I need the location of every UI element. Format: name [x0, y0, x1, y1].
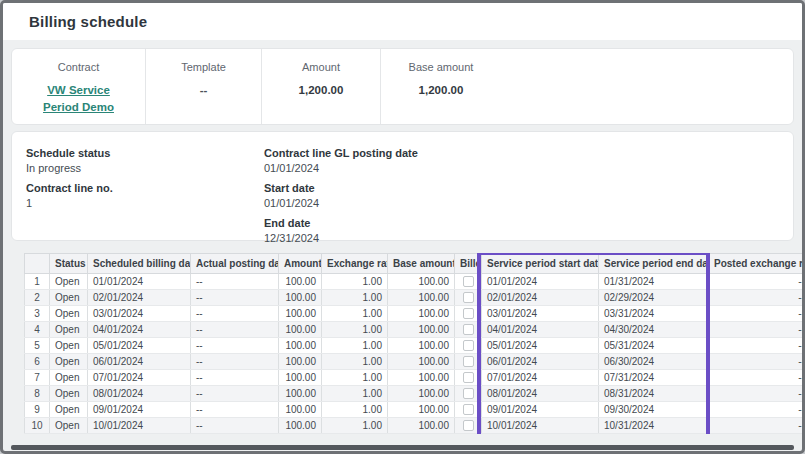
base-amount-cell: 100.00: [388, 274, 455, 290]
scheduled-billing-date-cell: 02/01/2024: [88, 290, 191, 306]
summary-field-amount: Amount 1,200.00: [262, 49, 381, 124]
base-amount-cell: 100.00: [388, 354, 455, 370]
scheduled-billing-date-cell: 03/01/2024: [88, 306, 191, 322]
table-row: 5Open05/01/2024--100.001.00100.0005/01/2…: [25, 338, 803, 354]
service-period-end-cell: 07/31/2024: [599, 370, 709, 386]
row-number-cell: 2: [25, 290, 50, 306]
service-period-end-date-header: Service period end date: [599, 254, 709, 274]
amount-cell: 100.00: [279, 402, 322, 418]
billed-checkbox[interactable]: [463, 372, 474, 383]
gl-posting-date-value: 01/01/2024: [264, 161, 779, 175]
contract-line-no-field: Contract line no. 1: [26, 181, 264, 210]
scheduled-billing-date-cell: 09/01/2024: [88, 402, 191, 418]
billed-checkbox[interactable]: [463, 308, 474, 319]
exchange-rate-cell: 1.00: [322, 402, 388, 418]
status-cell: Open: [50, 402, 88, 418]
scheduled-billing-date-header: Scheduled billing date: [88, 254, 191, 274]
base-amount-value: 1,200.00: [381, 84, 501, 96]
base-amount-header: Base amount: [388, 254, 455, 274]
service-period-start-date-header: Service period start date: [482, 254, 599, 274]
billed-checkbox[interactable]: [463, 404, 474, 415]
scheduled-billing-date-cell: 06/01/2024: [88, 354, 191, 370]
posted-exchange-rate-cell: --: [709, 338, 803, 354]
actual-posting-date-cell: --: [191, 418, 279, 434]
billed-cell: [455, 306, 482, 322]
actual-posting-date-cell: --: [191, 306, 279, 322]
billed-checkbox[interactable]: [463, 292, 474, 303]
exchange-rate-cell: 1.00: [322, 386, 388, 402]
scheduled-billing-date-cell: 05/01/2024: [88, 338, 191, 354]
base-amount-cell: 100.00: [388, 322, 455, 338]
amount-header: Amount: [279, 254, 322, 274]
table-row: 9Open09/01/2024--100.001.00100.0009/01/2…: [25, 402, 803, 418]
actual-posting-date-cell: --: [191, 338, 279, 354]
scheduled-billing-date-cell: 08/01/2024: [88, 386, 191, 402]
status-cell: Open: [50, 386, 88, 402]
service-period-start-cell: 10/01/2024: [482, 418, 599, 434]
status-header: Status: [50, 254, 88, 274]
actual-posting-date-cell: --: [191, 370, 279, 386]
billed-checkbox[interactable]: [463, 356, 474, 367]
scheduled-billing-date-cell: 10/01/2024: [88, 418, 191, 434]
table-row: 4Open04/01/2024--100.001.00100.0004/01/2…: [25, 322, 803, 338]
amount-cell: 100.00: [279, 290, 322, 306]
base-amount-cell: 100.00: [388, 386, 455, 402]
schedule-status-value: In progress: [26, 161, 264, 175]
billed-cell: [455, 290, 482, 306]
billing-lines-table: StatusScheduled billing dateActual posti…: [24, 253, 802, 434]
amount-cell: 100.00: [279, 306, 322, 322]
status-cell: Open: [50, 290, 88, 306]
exchange-rate-cell: 1.00: [322, 354, 388, 370]
base-amount-cell: 100.00: [388, 306, 455, 322]
posted-exchange-rate-cell: --: [709, 306, 803, 322]
details-right-column: Contract line GL posting date 01/01/2024…: [264, 146, 779, 240]
template-label: Template: [146, 61, 261, 73]
exchange-rate-cell: 1.00: [322, 370, 388, 386]
billed-checkbox[interactable]: [463, 388, 474, 399]
service-period-start-cell: 09/01/2024: [482, 402, 599, 418]
start-date-value: 01/01/2024: [264, 196, 779, 210]
actual-posting-date-cell: --: [191, 354, 279, 370]
exchange-rate-cell: 1.00: [322, 322, 388, 338]
summary-field-contract: Contract VW Service Period Demo: [12, 49, 146, 124]
end-date-label: End date: [264, 216, 779, 230]
billed-checkbox[interactable]: [463, 324, 474, 335]
amount-cell: 100.00: [279, 322, 322, 338]
gl-posting-date-field: Contract line GL posting date 01/01/2024: [264, 146, 779, 175]
billed-checkbox[interactable]: [463, 340, 474, 351]
base-amount-cell: 100.00: [388, 418, 455, 434]
status-cell: Open: [50, 274, 88, 290]
end-date-value: 12/31/2024: [264, 231, 779, 245]
details-left-column: Schedule status In progress Contract lin…: [26, 146, 264, 240]
horizontal-scrollbar[interactable]: [11, 445, 794, 450]
contract-link[interactable]: VW Service Period Demo: [40, 82, 118, 115]
base-amount-cell: 100.00: [388, 338, 455, 354]
service-period-end-cell: 05/31/2024: [599, 338, 709, 354]
row-number-cell: 10: [25, 418, 50, 434]
actual-posting-date-cell: --: [191, 290, 279, 306]
actual-posting-date-cell: --: [191, 274, 279, 290]
billed-cell: [455, 274, 482, 290]
table-header-row: StatusScheduled billing dateActual posti…: [25, 254, 803, 274]
amount-cell: 100.00: [279, 418, 322, 434]
table-row: 1Open01/01/2024--100.001.00100.0001/01/2…: [25, 274, 803, 290]
details-card: Schedule status In progress Contract lin…: [11, 131, 794, 241]
status-cell: Open: [50, 354, 88, 370]
service-period-start-cell: 07/01/2024: [482, 370, 599, 386]
row-number-cell: 4: [25, 322, 50, 338]
posted-exchange-rate-cell: --: [709, 322, 803, 338]
billing-schedule-page: Billing schedule Contract VW Service Per…: [0, 0, 805, 454]
amount-cell: 100.00: [279, 370, 322, 386]
status-cell: Open: [50, 306, 88, 322]
billed-checkbox[interactable]: [463, 420, 474, 431]
billed-checkbox[interactable]: [463, 276, 474, 287]
posted-exchange-rate-cell: --: [709, 386, 803, 402]
page-title: Billing schedule: [29, 13, 147, 30]
status-cell: Open: [50, 322, 88, 338]
service-period-end-cell: 04/30/2024: [599, 322, 709, 338]
exchange-rate-cell: 1.00: [322, 338, 388, 354]
row-number-cell: 1: [25, 274, 50, 290]
posted-exchange-rate-cell: --: [709, 418, 803, 434]
summary-card: Contract VW Service Period Demo Template…: [11, 48, 794, 125]
posted-exchange-rate-cell: --: [709, 354, 803, 370]
